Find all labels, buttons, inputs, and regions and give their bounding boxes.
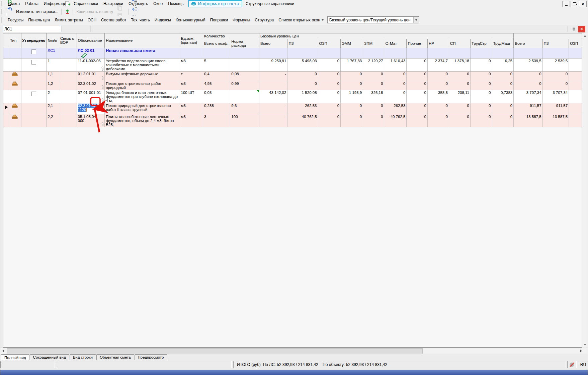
cell-qty[interactable]: 4,95 [203, 81, 230, 90]
cell-value[interactable]: 0 [363, 71, 384, 81]
cell-name[interactable]: Песок для строительных работ природный [105, 81, 180, 90]
cell-value[interactable]: 2 539,5 [514, 58, 542, 71]
cell-basis[interactable]: 11-01-002-06 [77, 58, 105, 71]
cell-approved[interactable] [21, 114, 47, 127]
cell-value[interactable]: 0 [542, 71, 569, 81]
col-header[interactable]: НР [427, 39, 449, 48]
toolbar-grip[interactable] [1, 1, 4, 6]
cell-value[interactable]: 911,57 [514, 103, 542, 114]
cell-vor-link[interactable] [59, 114, 77, 127]
level-left-icon[interactable] [131, 5, 139, 13]
cell-value[interactable]: 13 587,5 [514, 114, 542, 127]
cell-value[interactable]: 3 707,34 [514, 90, 542, 103]
cell-approved[interactable] [21, 58, 47, 71]
cell-value[interactable]: 0 [341, 81, 363, 90]
spinner[interactable] [571, 26, 577, 32]
estimate-row-2[interactable]: 207-01-001-01Укладка блоков и плит ленто… [3, 90, 582, 103]
sheet-add-icon[interactable] [63, 0, 71, 8]
change-row-type-button[interactable]: Изменить тип строки... [14, 9, 60, 14]
cell-vor-link[interactable] [59, 58, 77, 71]
cell-value[interactable] [569, 103, 582, 114]
cell-value[interactable] [384, 48, 407, 58]
cell-basis[interactable]: ЛС-02-01 [77, 48, 105, 58]
cell-value[interactable]: - [259, 103, 287, 114]
cell-value[interactable] [287, 48, 318, 58]
view-tab-предпросмотр[interactable]: Предпросмотр [135, 354, 167, 360]
cell-norm[interactable] [230, 90, 259, 103]
cell-value[interactable]: 0 [471, 58, 492, 71]
combo-drop-button[interactable] [413, 17, 419, 23]
cell-value[interactable]: 0 [407, 103, 427, 114]
vertical-scrollbar[interactable] [582, 33, 588, 348]
cell-norm[interactable]: 0,99 [230, 81, 259, 90]
cell-value[interactable] [569, 90, 582, 103]
restore-button[interactable] [571, 1, 578, 7]
col-header[interactable]: Тип [9, 33, 21, 48]
cell-value[interactable]: 262,53 [384, 103, 407, 114]
row-selector[interactable] [3, 71, 9, 81]
cell-value[interactable]: 0 [318, 114, 341, 127]
cell-value[interactable]: 0 [287, 81, 318, 90]
cell-value[interactable]: 2 374,7 [427, 58, 449, 71]
scroll-right-button[interactable] [578, 348, 584, 354]
cell-value[interactable]: 0 [427, 71, 449, 81]
cell-approved[interactable] [21, 71, 47, 81]
cell-value[interactable]: 40 762,5 [287, 114, 318, 127]
cell-type[interactable] [9, 81, 21, 90]
cell-norm[interactable]: 0,08 [230, 71, 259, 81]
cell-value[interactable]: 0 [492, 103, 514, 114]
col-header[interactable]: Всего [514, 39, 542, 48]
cell-qty[interactable]: 0,288 [203, 103, 230, 114]
row-selector[interactable] [3, 103, 9, 114]
scroll-left-button[interactable] [0, 348, 6, 354]
cell-value[interactable]: 0 [492, 114, 514, 127]
cell-basis[interactable]: 07-01-001-01 [77, 90, 105, 103]
cell-num[interactable]: ЛС1 [47, 48, 59, 58]
cell-value[interactable]: 1 193,9 [341, 90, 363, 103]
undo-icon[interactable] [6, 5, 14, 13]
cell-value[interactable] [569, 114, 582, 127]
horizontal-scrollbar[interactable] [0, 348, 588, 354]
cell-value[interactable]: 238,11 [449, 90, 470, 103]
col-header[interactable]: Норма расхода [230, 39, 259, 48]
col-header[interactable]: Ед.изм. (краткая) [180, 33, 203, 48]
cell-qty[interactable] [203, 48, 230, 58]
cell-name[interactable]: Новая локальная смета [105, 48, 180, 58]
cell-value[interactable] [492, 48, 514, 58]
cell-value[interactable] [341, 48, 363, 58]
col-header[interactable]: ПЗ [287, 39, 318, 48]
panel-button-панель-цен[interactable]: Панель цен [26, 17, 52, 23]
cell-unit[interactable]: м3 [180, 81, 203, 90]
cell-approved[interactable] [21, 103, 47, 114]
approved-checkbox[interactable] [31, 49, 36, 54]
cell-unit[interactable] [180, 48, 203, 58]
menu-item-2[interactable]: Работа [22, 1, 41, 7]
col-header[interactable]: Всего [259, 39, 287, 48]
scrollbar-thumb[interactable] [7, 348, 423, 354]
col-header[interactable]: ЗПМ [363, 39, 384, 48]
price-update-icon[interactable] [63, 8, 71, 15]
cell-value[interactable]: 3 707,34 [542, 90, 569, 103]
copy-icon[interactable] [115, 4, 123, 12]
cell-value[interactable]: 0 [341, 103, 363, 114]
estimate-row-ЛС1[interactable]: ЛС1ЛС-02-01Новая локальная смета [3, 48, 582, 58]
cell-type[interactable] [9, 58, 21, 71]
minimize-button[interactable] [562, 1, 570, 7]
cell-value[interactable]: 1 520,08 [287, 90, 318, 103]
cell-value[interactable]: 0 [318, 81, 341, 90]
cell-value[interactable]: 1 610,43 [384, 58, 407, 71]
row-selector[interactable] [3, 81, 9, 90]
cell-approved[interactable] [21, 48, 47, 58]
cell-value[interactable]: 0 [449, 114, 470, 127]
cell-norm[interactable]: 9,6 [230, 103, 259, 114]
col-header[interactable]: Обоснование [77, 33, 105, 48]
cell-value[interactable]: 0 [427, 114, 449, 127]
cell-value[interactable]: 0 [318, 71, 341, 81]
cell-value[interactable]: - [259, 71, 287, 81]
col-header[interactable]: ОЗП [569, 39, 582, 48]
estimate-row-2,1[interactable]: 2,102.3.01.02-1120...Песок природный для… [3, 103, 582, 114]
cell-value[interactable]: 0 [514, 71, 542, 81]
cell-value[interactable]: 0 [407, 90, 427, 103]
cell-qty[interactable]: 0,4 [203, 71, 230, 81]
col-header[interactable]: Всего с коэф. [203, 39, 230, 48]
